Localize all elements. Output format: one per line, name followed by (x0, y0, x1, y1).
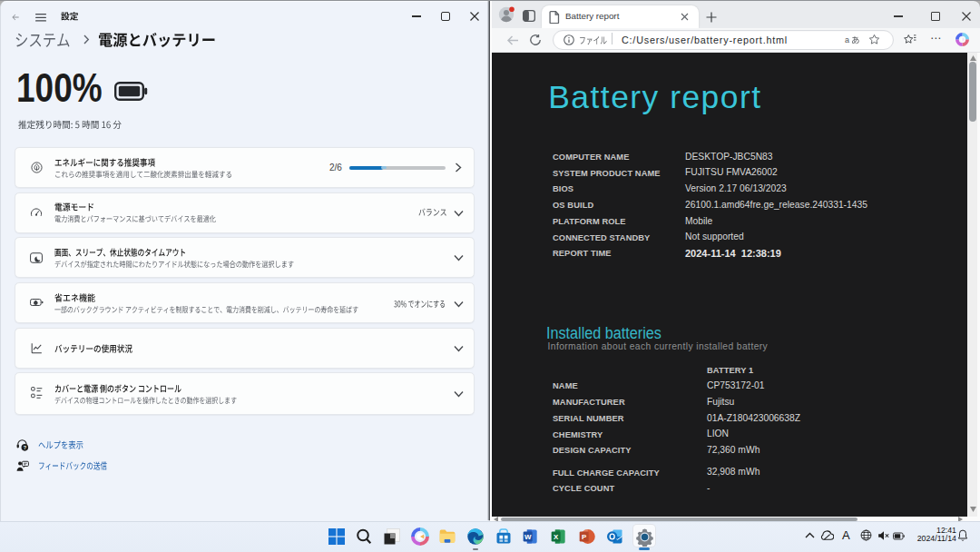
svg-text:X: X (554, 533, 559, 541)
svg-text:W: W (524, 533, 532, 541)
svg-text:P: P (582, 533, 586, 541)
